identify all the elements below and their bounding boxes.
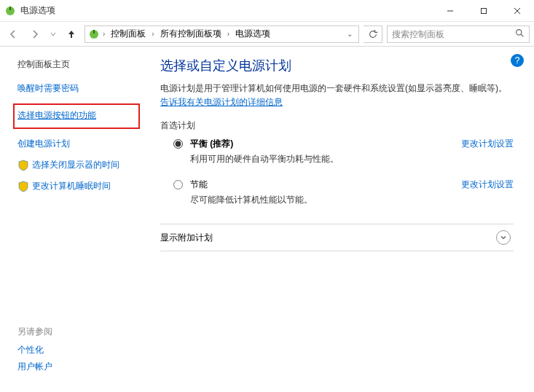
preferred-plans-label: 首选计划 <box>160 119 514 132</box>
search-box[interactable] <box>387 26 530 43</box>
power-plan-saver: 节能 尽可能降低计算机性能以节能。 更改计划设置 <box>173 179 514 206</box>
breadcrumb-item[interactable]: 所有控制面板项 <box>157 28 224 40</box>
nav-recent-button[interactable] <box>48 26 58 43</box>
plan-info-link[interactable]: 告诉我有关电源计划的详细信息 <box>160 97 283 107</box>
shield-icon <box>17 160 29 171</box>
window-titlebar: 电源选项 <box>0 0 534 22</box>
sidebar-item-display-off[interactable]: 选择关闭显示器的时间 <box>17 159 138 171</box>
see-also-personalization[interactable]: 个性化 <box>17 344 138 356</box>
breadcrumb-item[interactable]: 电源选项 <box>232 28 273 40</box>
address-toolbar: › 控制面板 › 所有控制面板项 › 电源选项 ⌄ <box>0 22 534 47</box>
plan-title: 平衡 (推荐) <box>190 138 447 150</box>
chevron-right-icon: › <box>150 30 155 38</box>
sidebar-item-create-plan[interactable]: 创建电源计划 <box>17 138 138 150</box>
maximize-button[interactable] <box>467 0 500 21</box>
expand-icon[interactable] <box>496 230 511 245</box>
breadcrumb-item[interactable]: 控制面板 <box>108 28 149 40</box>
sidebar-item-label: 更改计算机睡眠时间 <box>32 180 111 192</box>
app-icon <box>4 5 16 17</box>
breadcrumb[interactable]: › 控制面板 › 所有控制面板项 › 电源选项 ⌄ <box>85 26 359 43</box>
nav-forward-button[interactable] <box>26 26 44 43</box>
power-plan-balanced: 平衡 (推荐) 利用可用的硬件自动平衡功耗与性能。 更改计划设置 <box>173 138 514 165</box>
nav-up-button[interactable] <box>63 26 80 43</box>
sidebar-item-power-button[interactable]: 选择电源按钮的功能 <box>13 103 140 129</box>
breadcrumb-dropdown-icon[interactable]: ⌄ <box>344 30 356 38</box>
refresh-button[interactable] <box>364 26 382 43</box>
svg-rect-3 <box>482 8 487 13</box>
plan-radio-saver[interactable] <box>173 180 183 189</box>
see-also-header: 另请参阅 <box>17 326 138 338</box>
page-description: 电源计划是用于管理计算机如何使用电源的一套硬件和系统设置(如显示器亮度、睡眠等)… <box>160 82 514 109</box>
see-also-user-accounts[interactable]: 用户帐户 <box>17 361 138 373</box>
desc-text: 电源计划是用于管理计算机如何使用电源的一套硬件和系统设置(如显示器亮度、睡眠等)… <box>160 83 507 93</box>
help-icon[interactable]: ? <box>511 54 524 67</box>
additional-plans-row[interactable]: 显示附加计划 <box>160 224 514 251</box>
change-plan-link[interactable]: 更改计划设置 <box>461 179 514 191</box>
window-title: 电源选项 <box>20 4 55 17</box>
plan-title: 节能 <box>190 179 447 191</box>
change-plan-link[interactable]: 更改计划设置 <box>461 138 514 150</box>
shield-icon <box>17 181 29 192</box>
nav-back-button[interactable] <box>4 26 22 43</box>
search-icon[interactable] <box>515 28 525 40</box>
sidebar-item-wake-password[interactable]: 唤醒时需要密码 <box>17 82 138 95</box>
sidebar-item-label: 选择电源按钮的功能 <box>17 109 96 122</box>
sidebar-item-sleep-time[interactable]: 更改计算机睡眠时间 <box>17 180 138 192</box>
see-also-label: 个性化 <box>17 344 44 356</box>
plan-description: 利用可用的硬件自动平衡功耗与性能。 <box>190 153 447 165</box>
content-pane: ? 选择或自定义电源计划 电源计划是用于管理计算机如何使用电源的一套硬件和系统设… <box>146 47 534 392</box>
sidebar-home[interactable]: 控制面板主页 <box>17 58 138 71</box>
plan-radio-balanced[interactable] <box>173 139 183 149</box>
plan-description: 尽可能降低计算机性能以节能。 <box>190 194 447 206</box>
close-button[interactable] <box>500 0 534 21</box>
svg-line-9 <box>521 34 523 36</box>
sidebar-item-label: 唤醒时需要密码 <box>17 82 79 95</box>
see-also-label: 用户帐户 <box>17 361 52 373</box>
minimize-button[interactable] <box>433 0 467 21</box>
page-title: 选择或自定义电源计划 <box>160 57 514 74</box>
sidebar-item-label: 选择关闭显示器的时间 <box>32 159 119 171</box>
additional-plans-label: 显示附加计划 <box>160 232 213 244</box>
svg-point-8 <box>517 29 522 34</box>
svg-rect-1 <box>9 7 11 10</box>
sidebar-item-label: 创建电源计划 <box>17 138 70 150</box>
chevron-right-icon: › <box>101 30 106 38</box>
breadcrumb-icon <box>88 28 100 40</box>
search-input[interactable] <box>392 29 509 39</box>
sidebar: 控制面板主页 唤醒时需要密码 选择电源按钮的功能 创建电源计划 选择关闭显示器的… <box>0 47 146 392</box>
chevron-right-icon: › <box>226 30 231 38</box>
svg-rect-7 <box>93 30 95 34</box>
